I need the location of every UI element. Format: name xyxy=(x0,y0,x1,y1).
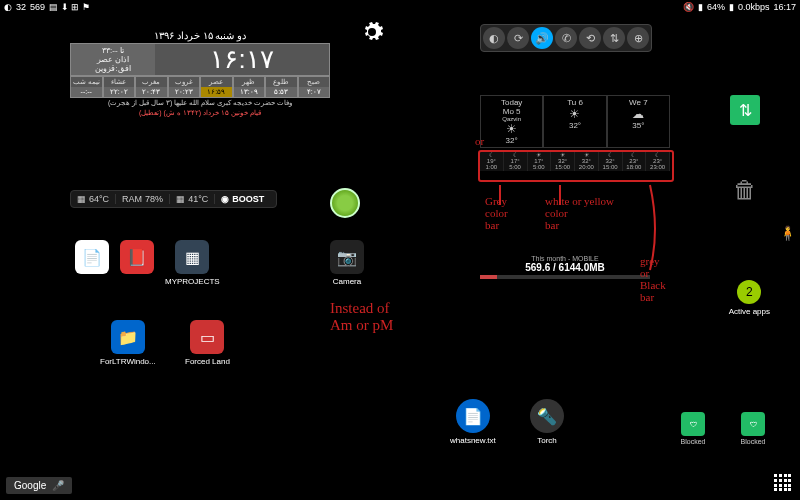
status-icon: ◐ xyxy=(4,2,12,12)
rotate-toggle[interactable]: ⟲ xyxy=(579,27,601,49)
net-speed: 0.0kbps xyxy=(738,2,770,12)
active-apps-count: 2 xyxy=(737,280,761,304)
battery-icon: ▮ xyxy=(729,2,734,12)
shield-icon: 🛡 xyxy=(681,412,705,436)
persian-event2: قیام خونین ۱۵ خرداد (۱۳۴۲ ه ش) (تعطیل) xyxy=(70,108,330,118)
cpu-icon: ▦ xyxy=(77,194,86,204)
prayer-col: نیمه شب--:-- xyxy=(70,76,103,98)
prayer-countdown: تا --:۳۳ xyxy=(102,46,124,55)
blocked-app-2[interactable]: 🛡 Blocked xyxy=(676,412,710,445)
prayer-col: ظهر۱۳:۰۹ xyxy=(233,76,266,98)
ram-pct: 78% xyxy=(145,194,163,204)
active-apps-label: Active apps xyxy=(729,307,770,316)
annotation-grey: Grey color bar xyxy=(485,195,508,231)
data-bar xyxy=(480,275,650,279)
torch-app[interactable]: 🔦Torch xyxy=(530,399,564,445)
prayer-col: غروب۲۰:۲۳ xyxy=(168,76,201,98)
prayer-times-table: نیمه شب--:--عشاء۲۲:۰۲مغرب۲۰:۴۳غروب۲۰:۲۳ع… xyxy=(70,76,330,98)
boost-label: BOOST xyxy=(232,194,264,204)
trash-icon[interactable]: 🗑 xyxy=(730,175,760,205)
whatsnew-file[interactable]: 📄whatsnew.txt xyxy=(450,399,496,445)
myprojects-app[interactable]: ▦MYPROJECTS xyxy=(165,240,220,286)
persian-clock: ۱۶:۱۷ xyxy=(155,44,329,75)
forcedland-app[interactable]: ▭Forced Land xyxy=(185,320,230,366)
prayer-col: طلوع۵:۵۳ xyxy=(265,76,298,98)
ram-icon: RAM xyxy=(122,194,142,204)
app-label: ForLTRWindo... xyxy=(100,357,156,366)
sync-toggle[interactable]: ⟳ xyxy=(507,27,529,49)
app-label: whatsnew.txt xyxy=(450,436,496,445)
battery-pct: 64% xyxy=(707,2,725,12)
pixel-character: 🧍 xyxy=(779,225,796,241)
weather-hour: ☾23°18:00 xyxy=(623,150,647,171)
status-bar: ◐ 32 569 ▤ ⬇ ⊞ ⚑ 🔇 ▮ 64% ▮ 0.0kbps 16:17 xyxy=(0,0,800,14)
app-label: Forced Land xyxy=(185,357,230,366)
persian-date: دو شنبه ۱۵ خرداد ۱۳۹۶ xyxy=(70,30,330,41)
prayer-col: صبح۴:۰۷ xyxy=(298,76,331,98)
prayer-next: اذان عصر xyxy=(97,55,129,64)
annotation-arrows xyxy=(470,150,690,330)
status-num1: 32 xyxy=(16,2,26,12)
blocked-app-1[interactable]: 🛡 Blocked xyxy=(736,412,770,445)
weather-hour: ☀32°20:00 xyxy=(575,150,599,171)
app-drawer-button[interactable] xyxy=(774,474,792,492)
phone-toggle[interactable]: ✆ xyxy=(555,27,577,49)
cpu-temp: 64°C xyxy=(89,194,109,204)
file-thumbnail-1[interactable]: 📄 xyxy=(75,240,109,277)
transfer-icon[interactable]: ⇅ xyxy=(730,95,760,125)
forltr-app[interactable]: 📁ForLTRWindo... xyxy=(100,320,156,366)
app-label: Camera xyxy=(330,277,364,286)
settings-button[interactable] xyxy=(360,20,384,44)
google-search-bar[interactable]: Google 🎤 xyxy=(6,477,72,494)
app-label: Torch xyxy=(530,436,564,445)
google-label: Google xyxy=(14,480,46,491)
annotation-white: white or yellow color bar xyxy=(545,195,614,231)
status-time: 16:17 xyxy=(773,2,796,12)
prayer-horizon: افق:قزوین xyxy=(95,64,130,73)
sound-toggle[interactable]: 🔊 xyxy=(531,27,553,49)
weather-widget[interactable]: TodayMo 5Qazvin☀32°Tu 6☀32°We 7☁35° ☾19°… xyxy=(480,95,670,171)
blocked-label: Blocked xyxy=(676,438,710,445)
weather-hour: ☀32°15:00 xyxy=(551,150,575,171)
wifi-toggle[interactable]: ⇅ xyxy=(603,27,625,49)
prayer-col: عشاء۲۲:۰۲ xyxy=(103,76,136,98)
weather-hour: ☀17°5:00 xyxy=(528,150,552,171)
weather-hour: ☾32°15:00 xyxy=(599,150,623,171)
signal-icon: ▮ xyxy=(698,2,703,12)
data-toggle[interactable]: ⊕ xyxy=(627,27,649,49)
prayer-col: عصر۱۶:۵۹ xyxy=(200,76,233,98)
booster-widget[interactable]: ▦64°C RAM78% ▦41°C ◉BOOST xyxy=(70,190,277,208)
prayer-col: مغرب۲۰:۴۳ xyxy=(135,76,168,98)
weather-hour: ☾23°23:00 xyxy=(646,150,670,171)
weather-day: We 7☁35° xyxy=(607,95,670,148)
mic-icon[interactable]: 🎤 xyxy=(52,480,64,491)
weather-day: Tu 6☀32° xyxy=(543,95,606,148)
blocked-label: Blocked xyxy=(736,438,770,445)
persian-event1: وفات حضرت خدیجه کبری سلام الله علیها (۳ … xyxy=(70,98,330,108)
shield-icon: 🛡 xyxy=(741,412,765,436)
boost-button[interactable] xyxy=(330,188,360,218)
data-usage-widget[interactable]: This month - MOBILE 569.6 / 6144.0MB xyxy=(480,255,650,279)
file-thumbnail-2[interactable]: 📕 xyxy=(120,240,154,277)
weather-day: TodayMo 5Qazvin☀32° xyxy=(480,95,543,148)
camera-app[interactable]: 📷Camera xyxy=(330,240,364,286)
prayer-times-widget[interactable]: دو شنبه ۱۵ خرداد ۱۳۹۶ تا --:۳۳ اذان عصر … xyxy=(70,30,330,118)
app-label: MYPROJECTS xyxy=(165,277,220,286)
status-num2: 569 xyxy=(30,2,45,12)
quick-toggles: ◐ ⟳ 🔊 ✆ ⟲ ⇅ ⊕ xyxy=(480,24,652,52)
status-icons: ▤ ⬇ ⊞ ⚑ xyxy=(49,2,90,12)
temp-val: 41°C xyxy=(188,194,208,204)
temp-icon: ▦ xyxy=(176,194,185,204)
mute-icon: 🔇 xyxy=(683,2,694,12)
active-apps-button[interactable]: 2 Active apps xyxy=(729,280,770,316)
data-value: 569.6 / 6144.0MB xyxy=(480,262,650,273)
annotation-instead: Instead of Am or pM xyxy=(330,300,393,333)
boost-icon: ◉ xyxy=(221,194,229,204)
data-header: This month - MOBILE xyxy=(480,255,650,262)
weather-hour: ☾19°1:00 xyxy=(480,150,504,171)
weather-hour: ☾17°5:00 xyxy=(504,150,528,171)
brightness-toggle[interactable]: ◐ xyxy=(483,27,505,49)
